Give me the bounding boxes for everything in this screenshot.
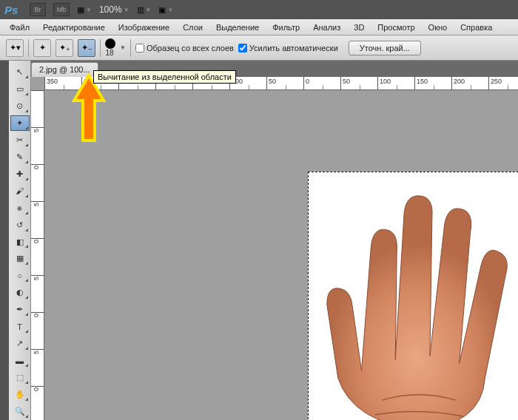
image-content[interactable]	[308, 172, 518, 420]
checkbox-input[interactable]	[238, 44, 247, 52]
zoom-dropdown[interactable]: 100%▼	[99, 4, 130, 15]
ruler-tick-label: 150	[417, 78, 428, 85]
checkbox-input[interactable]	[135, 44, 144, 52]
menu-3d[interactable]: 3D	[347, 21, 371, 34]
ruler-tick-label: 0	[33, 387, 40, 391]
tool-move[interactable]: ↖	[10, 64, 30, 80]
move-icon: ↖	[16, 67, 23, 77]
tool-hand[interactable]: ✋	[10, 387, 30, 402]
panel-dock-left[interactable]	[0, 61, 9, 420]
tool-blur[interactable]: ○	[10, 268, 30, 283]
menu-edit[interactable]: Редактирование	[36, 21, 112, 34]
sample-all-layers-checkbox[interactable]: Образец со всех слоев	[135, 44, 234, 52]
ruler-tick-label: 350	[47, 78, 58, 85]
ruler-tick-label: 100	[380, 78, 391, 85]
view-extras-dropdown[interactable]: ▦▼	[77, 5, 92, 15]
ruler-tick-label: 0	[306, 78, 309, 85]
tool-preset-icon[interactable]: ✦▾	[6, 39, 24, 57]
brush-icon: 🖌	[16, 186, 24, 195]
brush-size-label: 18	[105, 49, 113, 57]
ruler-tick-label: 5	[33, 277, 40, 280]
menu-bar: Файл Редактирование Изображение Слои Выд…	[0, 19, 518, 35]
tool-quick-select[interactable]: ✦	[10, 115, 30, 131]
menu-analysis[interactable]: Анализ	[306, 21, 347, 34]
refine-edge-button[interactable]: Уточн. край...	[349, 41, 421, 55]
title-bar: Ps Br Mb ▦▼ 100%▼ ▥▼ ▣▼	[0, 0, 518, 19]
menu-window[interactable]: Окно	[422, 21, 454, 34]
tool-marquee[interactable]: ▭	[10, 81, 30, 97]
brush-preview-icon	[105, 38, 115, 49]
menu-file[interactable]: Файл	[3, 21, 36, 34]
stamp-icon: ⎈	[17, 203, 22, 212]
text-icon: T	[17, 322, 22, 331]
separator	[28, 39, 29, 57]
tool-lasso[interactable]: ⊙	[10, 98, 30, 114]
eraser-icon: ◧	[16, 237, 24, 247]
options-bar: ✦▾ ✦ ✦₊ ✦₋ 18 ▼ Образец со всех слоев Ус…	[0, 35, 518, 61]
3d-icon: ⬚	[16, 373, 24, 382]
path-icon: ↗	[16, 339, 23, 348]
arrange-dropdown[interactable]: ▥▼	[137, 5, 152, 15]
marquee-icon: ▭	[16, 84, 24, 94]
shape-icon: ▬	[16, 356, 24, 365]
ruler-tick-label: 5	[33, 129, 40, 132]
tool-gradient[interactable]: ▦	[10, 251, 30, 266]
menu-select[interactable]: Выделение	[209, 21, 266, 34]
menu-filter[interactable]: Фильтр	[266, 21, 306, 34]
tool-3d[interactable]: ⬚	[10, 370, 30, 385]
tool-path[interactable]: ↗	[10, 336, 30, 351]
ruler-tick-label: 200	[454, 78, 465, 85]
tool-zoom[interactable]: 🔍	[10, 404, 30, 419]
menu-view[interactable]: Просмотр	[371, 21, 421, 34]
pen-icon: ✒	[16, 305, 23, 314]
tool-eyedropper[interactable]: ✎	[10, 149, 30, 165]
menu-help[interactable]: Справка	[454, 21, 499, 34]
heal-icon: ✚	[16, 169, 23, 179]
minibridge-button[interactable]: Mb	[53, 3, 70, 16]
tool-history-brush[interactable]: ↺	[10, 217, 30, 233]
blur-icon: ○	[17, 271, 22, 280]
vertical-ruler[interactable]: 505050505	[31, 90, 44, 420]
tool-shape[interactable]: ▬	[10, 353, 30, 368]
tool-brush[interactable]: 🖌	[10, 183, 30, 199]
checkbox-label: Усилить автоматически	[249, 44, 338, 52]
subtract-selection-button[interactable]: ✦₋	[78, 39, 95, 57]
history-brush-icon: ↺	[16, 220, 23, 230]
tool-heal[interactable]: ✚	[10, 166, 30, 182]
tool-text[interactable]: T	[10, 319, 30, 334]
ruler-tick-label: 0	[33, 314, 40, 317]
gradient-icon: ▦	[16, 254, 24, 263]
new-selection-button[interactable]: ✦	[33, 39, 51, 57]
tool-pen[interactable]: ✒	[10, 302, 30, 317]
canvas[interactable]	[44, 90, 518, 420]
checkbox-label: Образец со всех слоев	[147, 44, 234, 52]
hand-photo	[309, 172, 518, 420]
dropdown-arrow-icon[interactable]: ▼	[120, 44, 126, 51]
separator	[130, 39, 131, 57]
add-selection-button[interactable]: ✦₊	[56, 39, 73, 57]
tool-stamp[interactable]: ⎈	[10, 200, 30, 216]
eyedropper-icon: ✎	[16, 152, 23, 162]
tool-crop[interactable]: ✂	[10, 132, 30, 148]
ruler-tick-label: 0	[33, 166, 40, 169]
menu-layer[interactable]: Слои	[176, 21, 209, 34]
separator	[100, 39, 101, 57]
brush-picker[interactable]: 18	[105, 38, 115, 57]
zoom-icon: 🔍	[15, 407, 25, 416]
dodge-icon: ◐	[16, 288, 24, 297]
app-logo-icon: Ps	[4, 4, 22, 16]
lasso-icon: ⊙	[16, 101, 23, 111]
tool-dodge[interactable]: ◐	[10, 285, 30, 300]
menu-image[interactable]: Изображение	[112, 21, 176, 34]
crop-icon: ✂	[16, 135, 23, 145]
ruler-tick-label: 50	[269, 78, 276, 85]
ruler-tick-label: 5	[33, 350, 40, 354]
ruler-tick-label: 5	[33, 203, 40, 206]
hand-icon: ✋	[15, 390, 25, 399]
bridge-button[interactable]: Br	[30, 3, 46, 16]
screen-mode-dropdown[interactable]: ▣▼	[158, 5, 173, 15]
tool-eraser[interactable]: ◧	[10, 234, 30, 250]
tooltip: Вычитание из выделенной области	[93, 70, 236, 84]
toolbox: ↖▭⊙✦✂✎✚🖌⎈↺◧▦○◐✒T↗▬⬚✋🔍	[9, 61, 31, 420]
auto-enhance-checkbox[interactable]: Усилить автоматически	[238, 44, 338, 52]
